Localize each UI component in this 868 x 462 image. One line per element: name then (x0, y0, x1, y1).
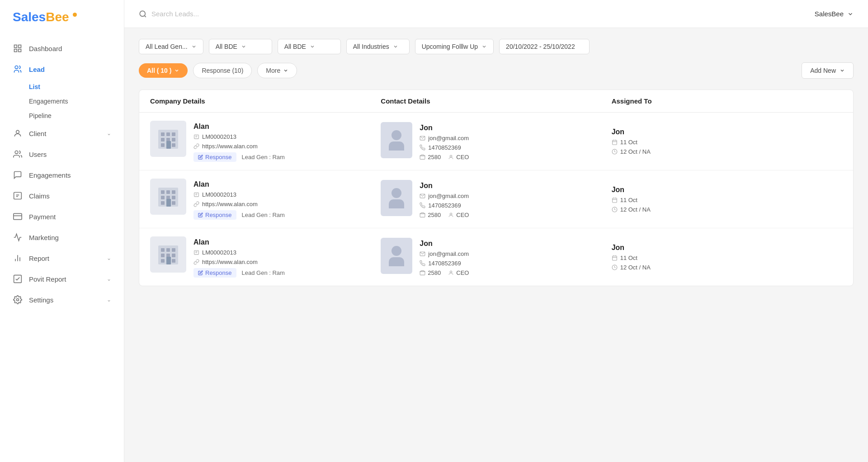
table-row[interactable]: Alan LM00002013 https://www.alan.com (139, 170, 853, 228)
tab-all-label: All ( 10 ) (147, 67, 171, 74)
svg-rect-39 (166, 190, 170, 194)
phone-icon-2 (420, 203, 425, 208)
assigned-followup-2: 12 Oct / NA (620, 206, 651, 213)
sidebar-item-payment[interactable]: Payment (0, 206, 124, 227)
building-icon (155, 125, 182, 152)
follow-up-chevron-icon (481, 44, 487, 49)
calendar-icon-2 (612, 197, 618, 203)
logo: SalesBee (0, 0, 124, 34)
date-range-filter[interactable]: 20/10/2022 - 25/10/2022 (499, 39, 590, 54)
contact-cell-3: Jon jon@gmail.com 1470852369 (381, 238, 611, 276)
company-url-2: https://www.alan.com (202, 201, 258, 207)
tab-more-label: More (266, 67, 280, 74)
sidebar-item-client[interactable]: Client ⌄ (0, 123, 124, 144)
sidebar-item-users[interactable]: Users (0, 144, 124, 165)
contact-info-3: Jon jon@gmail.com 1470852369 (420, 238, 469, 276)
industries-filter[interactable]: All Industries (346, 39, 410, 54)
avatar-3 (381, 238, 412, 274)
svg-rect-44 (161, 201, 165, 205)
search-placeholder[interactable]: Search Leads... (151, 10, 199, 18)
client-icon (13, 128, 23, 138)
id-icon-2 (193, 192, 199, 198)
sidebar-item-engagements-label: Engagements (29, 171, 111, 179)
svg-rect-51 (420, 214, 425, 217)
svg-point-13 (17, 299, 19, 301)
contact-role-3: CEO (456, 269, 469, 276)
svg-rect-8 (14, 213, 22, 219)
users-icon (13, 149, 23, 159)
filters-row: All Lead Gen... All BDE All BDE All Indu… (139, 39, 854, 54)
sidebar-item-lead-label: Lead (29, 66, 111, 73)
svg-rect-45 (166, 199, 171, 207)
contact-ext-1: 2580 (428, 154, 441, 160)
assigned-name-1: Jon (612, 128, 842, 136)
link-icon-2 (193, 201, 199, 207)
bde1-filter[interactable]: All BDE (209, 39, 272, 54)
svg-rect-41 (161, 196, 165, 199)
search-icon (139, 10, 147, 18)
tabs-row: All ( 10 ) Response (10) More Add New (139, 62, 854, 79)
company-cell-1: Alan LM00002013 https://www.alan.com (150, 121, 381, 162)
svg-rect-19 (172, 132, 175, 136)
add-new-button[interactable]: Add New (802, 62, 854, 79)
lead-gen-filter-label: All Lead Gen... (146, 43, 188, 50)
company-cell-3: Alan LM00002013 https://www.alan.com (150, 236, 381, 278)
svg-rect-32 (612, 140, 617, 145)
sidebar-subitem-pipeline[interactable]: Pipeline (29, 108, 124, 123)
sidebar-item-dashboard[interactable]: Dashboard (0, 38, 124, 59)
client-chevron-icon: ⌄ (107, 130, 111, 137)
sidebar-item-engagements[interactable]: Engagements (0, 165, 124, 185)
svg-rect-53 (612, 198, 617, 203)
sidebar-nav: Dashboard Lead List Engagements Pipeline… (0, 34, 124, 314)
contact-cell-2: Jon jon@gmail.com 1470852369 (381, 180, 611, 218)
sidebar-item-report[interactable]: Report ⌄ (0, 248, 124, 269)
svg-point-31 (450, 155, 452, 157)
table-row[interactable]: Alan LM00002013 https://www.alan.com (139, 228, 853, 286)
svg-point-5 (16, 130, 19, 133)
follow-up-filter[interactable]: Upcoming Folllw Up (415, 39, 494, 54)
svg-rect-18 (166, 132, 170, 136)
date-range-label: 20/10/2022 - 25/10/2022 (506, 43, 575, 50)
contact-email-3: jon@gmail.com (428, 250, 469, 257)
logo-sales: Sales (13, 10, 46, 24)
sidebar-item-payment-label: Payment (29, 213, 111, 221)
sidebar-item-povit-report[interactable]: Povit Report ⌄ (0, 269, 124, 289)
svg-rect-7 (14, 193, 22, 199)
company-id-2: LM00002013 (202, 191, 236, 198)
assigned-cell-3: Jon 11 Oct 12 Oct / NA (612, 244, 842, 271)
tab-more[interactable]: More (257, 63, 297, 78)
email-icon-1 (420, 135, 425, 141)
svg-line-15 (144, 15, 146, 17)
sidebar-item-lead[interactable]: Lead (0, 59, 124, 80)
sidebar-item-dashboard-label: Dashboard (29, 45, 111, 52)
sidebar-item-settings[interactable]: Settings ⌄ (0, 289, 124, 310)
clock-icon-1 (612, 149, 618, 155)
svg-rect-20 (161, 138, 165, 141)
tab-response[interactable]: Response (10) (193, 63, 252, 78)
svg-rect-24 (166, 141, 171, 149)
clock-icon-3 (612, 264, 618, 270)
assigned-date-2: 11 Oct (620, 197, 637, 203)
svg-rect-65 (161, 259, 165, 263)
bde2-filter[interactable]: All BDE (278, 39, 341, 54)
table-header: Company Details Contact Details Assigned… (139, 90, 853, 113)
sidebar-item-marketing[interactable]: Marketing (0, 227, 124, 248)
tab-all[interactable]: All ( 10 ) (139, 63, 188, 78)
sidebar-subitem-engagements[interactable]: Engagements (29, 94, 124, 108)
status-badge-2: Response (193, 210, 236, 220)
company-info-2: Alan LM00002013 https://www.alan.com (193, 179, 285, 220)
svg-rect-67 (172, 259, 175, 263)
company-info-3: Alan LM00002013 https://www.alan.com (193, 236, 285, 278)
sidebar-item-claims[interactable]: Claims (0, 185, 124, 206)
company-id-3: LM00002013 (202, 249, 236, 256)
user-menu[interactable]: SalesBee (815, 10, 854, 18)
role-icon-2 (448, 212, 454, 218)
table-row[interactable]: Alan LM00002013 https://www.alan.com (139, 113, 853, 170)
lead-gen-filter[interactable]: All Lead Gen... (139, 39, 203, 54)
sidebar-subitem-list[interactable]: List (29, 80, 124, 94)
svg-rect-74 (612, 256, 617, 260)
engagements-icon (13, 170, 23, 180)
svg-rect-46 (172, 201, 175, 205)
company-info-1: Alan LM00002013 https://www.alan.com (193, 121, 285, 162)
clock-icon-2 (612, 207, 618, 212)
